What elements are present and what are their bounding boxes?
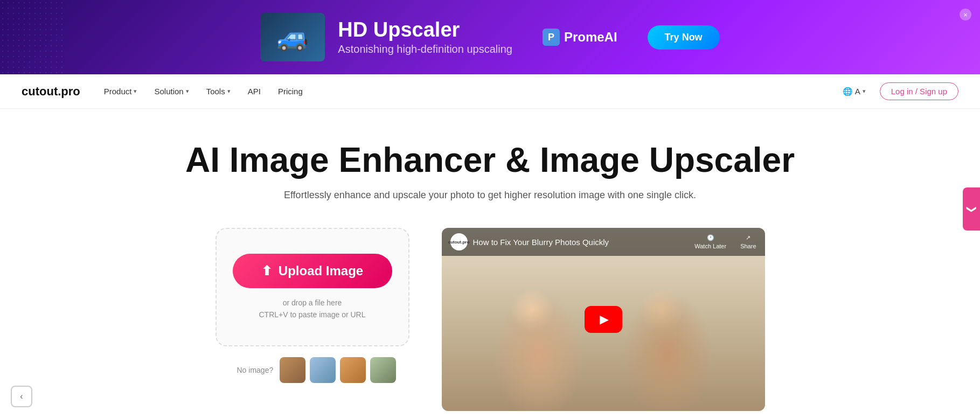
upload-section: ⬆ Upload Image or drop a file here CTRL+… — [216, 228, 409, 383]
ad-subtitle: Astonishing high-definition upscaling — [338, 43, 512, 55]
ad-content: HD Upscaler Astonishing high-definition … — [260, 13, 719, 61]
main-content: AI Image Enhancer & Image Upscaler Effor… — [167, 109, 814, 411]
samples-row: No image? — [216, 357, 409, 383]
scroll-icon: ❯ — [965, 205, 977, 213]
bottom-scroll-button[interactable]: ‹ — [11, 386, 32, 407]
chevron-down-icon: ▾ — [227, 88, 231, 95]
page-subtitle: Effortlessly enhance and upscale your ph… — [178, 190, 803, 201]
nav-solution[interactable]: Solution ▾ — [148, 82, 195, 100]
nav-links: Product ▾ Solution ▾ Tools ▾ API Pricing — [98, 82, 820, 100]
upload-box: ⬆ Upload Image or drop a file here CTRL+… — [216, 228, 409, 346]
nav-tools[interactable]: Tools ▾ — [200, 82, 237, 100]
no-image-label: No image? — [237, 366, 274, 374]
nav-product[interactable]: Product ▾ — [98, 82, 144, 100]
ad-car-image — [260, 13, 325, 61]
video-header: cutout.pro How to Fix Your Blurry Photos… — [442, 228, 765, 256]
ad-try-button[interactable]: Try Now — [648, 25, 720, 50]
ad-text: HD Upscaler Astonishing high-definition … — [338, 19, 512, 56]
upload-hint: or drop a file here CTRL+V to paste imag… — [259, 297, 365, 321]
ad-banner: HD Upscaler Astonishing high-definition … — [0, 0, 980, 74]
sample-image-2[interactable] — [310, 357, 336, 383]
video-play-button[interactable] — [585, 306, 622, 333]
sample-image-4[interactable] — [370, 357, 396, 383]
chevron-down-icon: ▾ — [134, 88, 137, 95]
share-button[interactable]: ↗ Share — [740, 234, 756, 249]
ad-close-button[interactable]: × — [960, 9, 971, 20]
watch-later-button[interactable]: 🕐 Watch Later — [694, 234, 726, 249]
ad-brand: P PromeAI — [543, 29, 617, 46]
clock-icon: 🕐 — [707, 234, 714, 241]
upload-image-button[interactable]: ⬆ Upload Image — [233, 254, 392, 288]
nav-pricing[interactable]: Pricing — [272, 82, 309, 100]
scroll-indicator[interactable]: ❯ — [963, 187, 980, 231]
ad-title: HD Upscaler — [338, 19, 512, 41]
video-title: How to Fix Your Blurry Photos Quickly — [473, 238, 690, 247]
navbar: cutout.pro Product ▾ Solution ▾ Tools ▾ … — [0, 74, 980, 109]
video-channel-icon: cutout.pro — [450, 233, 468, 250]
nav-right: 🌐 A ▾ Log in / Sign up — [837, 82, 958, 100]
language-button[interactable]: 🌐 A ▾ — [837, 83, 871, 100]
chevron-down-icon: ▾ — [863, 88, 866, 95]
ad-brand-icon: P — [543, 29, 560, 46]
share-icon: ↗ — [746, 234, 750, 241]
logo[interactable]: cutout.pro — [22, 85, 80, 99]
login-signup-button[interactable]: Log in / Sign up — [880, 82, 958, 100]
upload-icon: ⬆ — [261, 263, 272, 278]
content-row: ⬆ Upload Image or drop a file here CTRL+… — [178, 228, 803, 411]
chevron-down-icon: ‹ — [20, 392, 23, 401]
translate-icon: 🌐 — [843, 87, 853, 96]
page-title: AI Image Enhancer & Image Upscaler — [178, 141, 803, 179]
sample-image-1[interactable] — [280, 357, 305, 383]
nav-api[interactable]: API — [241, 82, 267, 100]
chevron-down-icon: ▾ — [186, 88, 189, 95]
ad-brand-name: PromeAI — [564, 30, 617, 45]
video-thumbnail[interactable]: cutout.pro How to Fix Your Blurry Photos… — [442, 228, 765, 411]
ad-decorative-dots — [0, 0, 65, 74]
sample-image-3[interactable] — [340, 357, 366, 383]
